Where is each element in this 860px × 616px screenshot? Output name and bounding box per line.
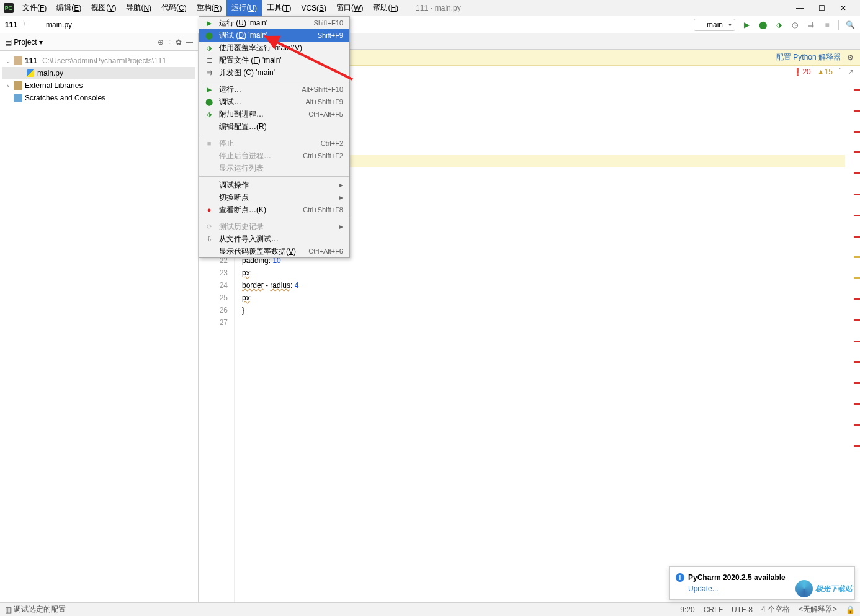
run-menu-item: 停止后台进程…Ctrl+Shift+F2: [199, 150, 349, 162]
project-view-selector[interactable]: ▤ Project ▾: [5, 38, 43, 47]
close-button[interactable]: ✕: [840, 4, 846, 12]
run-config-selector[interactable]: main: [694, 19, 735, 31]
breadcrumb[interactable]: 111 〉 main.py: [5, 19, 72, 30]
menu-导航(N)[interactable]: 导航(N): [121, 0, 156, 16]
tree-file-main[interactable]: main.py: [2, 67, 195, 79]
breadcrumb-file[interactable]: main.py: [46, 20, 72, 29]
menu-重构(R)[interactable]: 重构(R): [192, 0, 227, 16]
statusbar-encoding[interactable]: UTF-8: [732, 605, 753, 614]
run-menu-item: ■停止Ctrl+F2: [199, 137, 349, 150]
hide-icon[interactable]: —: [186, 38, 193, 47]
run-menu-item[interactable]: ▶运行…Alt+Shift+F10: [199, 83, 349, 96]
attach-icon[interactable]: ⇉: [806, 20, 816, 29]
run-menu-item: ⟳测试历史记录▸: [199, 220, 349, 233]
tree-scratches[interactable]: Scratches and Consoles: [2, 92, 195, 104]
run-menu-item: 显示运行列表: [199, 162, 349, 174]
configure-interpreter-link[interactable]: 配置 Python 解释器: [776, 52, 841, 63]
menu-窗口(W)[interactable]: 窗口(W): [331, 0, 368, 16]
tree-external-libraries[interactable]: › External Libraries: [2, 79, 195, 92]
banner-gear-icon[interactable]: ⚙: [847, 53, 854, 62]
window-title: 111 - main.py: [416, 4, 461, 12]
project-tool-window: ▤ Project ▾ ⊕ ÷ ✿ — ⌄ 111 C:\Users\admin…: [0, 33, 199, 602]
statusbar-message: 调试选定的配置: [14, 604, 66, 615]
error-stripe[interactable]: [853, 78, 860, 602]
inspection-more-icon[interactable]: ↗: [848, 68, 854, 76]
watermark: 极光下载站: [795, 580, 853, 597]
expand-icon[interactable]: ÷: [168, 38, 172, 47]
minimize-button[interactable]: —: [796, 4, 804, 12]
menu-工具(T)[interactable]: 工具(T): [262, 0, 296, 16]
statusbar-indent[interactable]: 4 个空格: [761, 604, 790, 615]
run-menu-item[interactable]: ▶运行 (U) 'main'Shift+F10: [199, 17, 349, 29]
statusbar-line-sep[interactable]: CRLF: [704, 605, 723, 614]
menubar: PC 文件(F)编辑(E)视图(V)导航(N)代码(C)重构(R)运行(U)工具…: [0, 0, 860, 16]
statusbar-tool-icon[interactable]: ▥: [5, 605, 12, 614]
run-menu-item[interactable]: ≣配置文件 (F) 'main': [199, 54, 349, 66]
statusbar-position[interactable]: 9:20: [680, 605, 694, 614]
run-menu-item[interactable]: ⬤调试 (D) 'main'Shift+F9: [199, 29, 349, 42]
maximize-button[interactable]: ☐: [818, 4, 825, 12]
run-menu-item[interactable]: ●查看断点…(K)Ctrl+Shift+F8: [199, 203, 349, 216]
tree-root[interactable]: ⌄ 111 C:\Users\admin\PycharmProjects\111: [2, 55, 195, 67]
run-menu-item[interactable]: 显示代码覆盖率数据(V)Ctrl+Alt+F6: [199, 245, 349, 257]
notification-title: PyCharm 2020.2.5 available: [688, 573, 786, 582]
breadcrumb-project[interactable]: 111: [5, 20, 17, 29]
settings-icon[interactable]: ✿: [176, 38, 182, 47]
app-icon: PC: [4, 3, 14, 13]
locate-icon[interactable]: ⊕: [158, 38, 164, 47]
project-tree[interactable]: ⌄ 111 C:\Users\admin\PycharmProjects\111…: [0, 51, 198, 108]
run-menu-item[interactable]: 编辑配置…(R): [199, 120, 349, 133]
menu-帮助(H)[interactable]: 帮助(H): [368, 0, 403, 16]
warning-count[interactable]: ▲15: [817, 68, 833, 76]
statusbar: ▥ 调试选定的配置 9:20 CRLF UTF-8 4 个空格 <无解释器> 🔒: [0, 602, 860, 616]
debug-icon[interactable]: ⬤: [758, 20, 768, 29]
info-icon: i: [676, 573, 684, 582]
menu-VCS(S)[interactable]: VCS(S): [296, 0, 331, 16]
menu-视图(V)[interactable]: 视图(V): [86, 0, 121, 16]
menu-编辑(E)[interactable]: 编辑(E): [52, 0, 86, 16]
play-icon[interactable]: ▶: [741, 20, 751, 29]
run-menu-item[interactable]: ⬗使用覆盖率运行 'main'(V): [199, 42, 349, 54]
navbar: 111 〉 main.py main ▶ ⬤ ⬗ ◷ ⇉ ■ 🔍: [0, 16, 860, 33]
inspection-chevron-icon[interactable]: ˇ: [839, 68, 841, 76]
run-menu-item[interactable]: ⇉并发图 (C) 'main': [199, 66, 349, 79]
run-menu-item[interactable]: ⬤调试…Alt+Shift+F9: [199, 96, 349, 108]
statusbar-interpreter[interactable]: <无解释器>: [799, 604, 837, 615]
run-menu-item[interactable]: 调试操作▸: [199, 179, 349, 191]
menu-代码(C)[interactable]: 代码(C): [156, 0, 192, 16]
menu-文件(F)[interactable]: 文件(F): [17, 0, 52, 16]
error-count[interactable]: ❗20: [793, 68, 810, 76]
statusbar-lock-icon[interactable]: 🔒: [846, 605, 855, 614]
profile-icon[interactable]: ◷: [790, 20, 800, 29]
coverage-icon[interactable]: ⬗: [774, 20, 784, 29]
run-menu-item[interactable]: ⬗附加到进程…Ctrl+Alt+F5: [199, 108, 349, 120]
run-menu-item[interactable]: ⇩从文件导入测试…: [199, 233, 349, 245]
run-menu: ▶运行 (U) 'main'Shift+F10⬤调试 (D) 'main'Shi…: [199, 16, 350, 258]
menu-运行(U)[interactable]: 运行(U): [226, 0, 262, 16]
stop-icon[interactable]: ■: [822, 20, 832, 29]
search-everywhere-icon[interactable]: 🔍: [845, 20, 855, 29]
run-menu-item[interactable]: 切换断点▸: [199, 191, 349, 203]
